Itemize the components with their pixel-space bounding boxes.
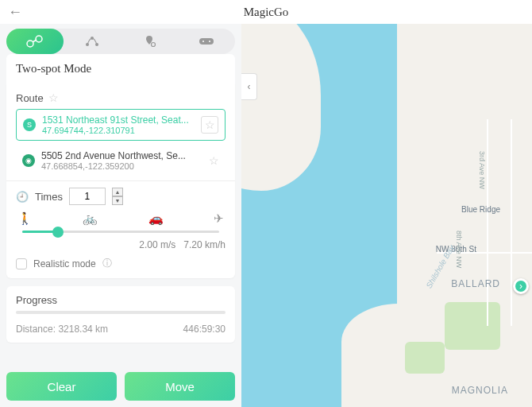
- walk-icon: 🚶: [17, 211, 33, 226]
- route-stop[interactable]: ◉ 5505 2nd Avenue Northwest, Se... 47.66…: [16, 145, 226, 176]
- car-icon: 🚗: [148, 211, 164, 226]
- slider-thumb[interactable]: [52, 227, 64, 238]
- map-marker[interactable]: ›: [513, 278, 529, 294]
- times-down[interactable]: ▼: [112, 196, 123, 205]
- end-pin-icon: ◉: [22, 154, 35, 167]
- progress-header: Progress: [16, 294, 226, 306]
- map[interactable]: Blue Ridge NW 80th St BALLARD MAGNOLIA S…: [241, 24, 532, 407]
- speed-ms: 2.00 m/s: [139, 239, 175, 250]
- elapsed-time: 446:59:30: [183, 324, 226, 335]
- speed-kmh: 7.20 km/h: [183, 239, 226, 250]
- map-label: 8th Ave NW: [455, 231, 463, 268]
- svg-point-5: [152, 43, 156, 47]
- back-button[interactable]: ←: [8, 4, 22, 21]
- sidebar: Two-spot Mode Route ☆ S 1531 Northeast 9…: [0, 24, 241, 407]
- tab-teleport[interactable]: [121, 29, 178, 54]
- realistic-label: Realistic mode: [33, 258, 96, 269]
- map-label: MAGNOLIA: [452, 385, 508, 396]
- gamepad-icon: [198, 36, 215, 47]
- realistic-checkbox[interactable]: [16, 258, 27, 269]
- progress-card: Progress Distance: 3218.34 km 446:59:30: [6, 286, 235, 343]
- svg-point-7: [202, 41, 204, 42]
- map-label: BALLARD: [451, 278, 500, 289]
- times-up[interactable]: ▲: [112, 188, 123, 196]
- times-input[interactable]: [69, 188, 106, 205]
- progress-bar: [16, 311, 226, 314]
- svg-point-1: [36, 36, 42, 42]
- move-button[interactable]: Move: [125, 372, 235, 401]
- distance-value: 3218.34 km: [58, 324, 108, 335]
- favorite-stop-icon[interactable]: ☆: [209, 154, 219, 167]
- times-label: Times: [35, 191, 63, 203]
- collapse-sidebar-button[interactable]: ‹: [241, 73, 257, 100]
- svg-point-0: [27, 41, 33, 47]
- tab-multi-spot[interactable]: [64, 29, 121, 54]
- tab-joystick[interactable]: [178, 29, 235, 54]
- svg-rect-6: [199, 38, 214, 45]
- start-pin-icon: S: [23, 118, 36, 131]
- waypoints-icon: [84, 35, 100, 48]
- plane-icon: ✈: [214, 211, 224, 226]
- mode-title: Two-spot Mode: [6, 54, 235, 83]
- clear-button[interactable]: Clear: [6, 372, 117, 401]
- stop-coords: 47.694744,-122.310791: [42, 126, 195, 135]
- stop-address: 1531 Northeast 91st Street, Seat...: [42, 114, 195, 126]
- clock-icon: 🕘: [16, 191, 29, 203]
- route-ab-icon: [26, 35, 44, 48]
- tab-two-spot[interactable]: [6, 29, 64, 54]
- map-label: 3rd Ave NW: [478, 151, 486, 189]
- stop-coords: 47.668854,-122.359200: [41, 161, 202, 171]
- mode-tabs: [6, 29, 235, 54]
- route-header: Route: [16, 92, 44, 104]
- speed-slider[interactable]: [22, 231, 219, 233]
- map-label: Blue Ridge: [461, 205, 500, 214]
- favorite-route-icon[interactable]: ☆: [48, 91, 59, 104]
- route-card: Route ☆ S 1531 Northeast 91st Street, Se…: [6, 83, 235, 278]
- stop-address: 5505 2nd Avenue Northwest, Se...: [41, 150, 202, 161]
- app-title: MagicGo: [244, 6, 289, 19]
- info-icon[interactable]: ⓘ: [102, 257, 112, 270]
- bike-icon: 🚲: [83, 211, 98, 226]
- pin-jump-icon: [142, 34, 156, 48]
- distance-label: Distance:: [16, 324, 56, 335]
- route-stop[interactable]: S 1531 Northeast 91st Street, Seat... 47…: [16, 109, 226, 141]
- svg-point-8: [209, 41, 210, 42]
- favorite-stop-icon[interactable]: ☆: [201, 116, 218, 134]
